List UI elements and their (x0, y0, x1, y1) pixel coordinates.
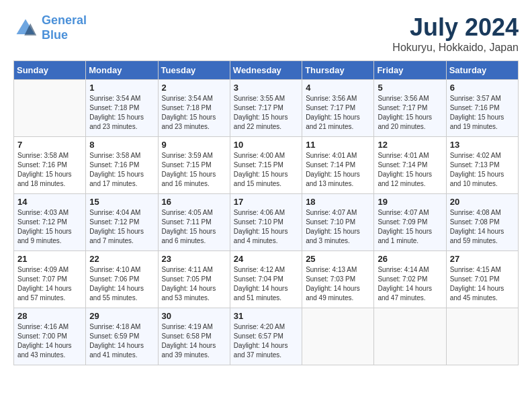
calendar-week-2: 7Sunrise: 3:58 AMSunset: 7:16 PMDaylight… (14, 137, 519, 194)
logo-icon (13, 16, 38, 40)
day-number: 6 (450, 83, 515, 93)
day-number: 26 (378, 254, 442, 264)
month-title: July 2024 (392, 13, 519, 42)
calendar-cell: 21Sunrise: 4:09 AMSunset: 7:07 PMDayligh… (14, 251, 86, 308)
day-number: 2 (162, 83, 226, 93)
calendar-cell (302, 308, 374, 365)
calendar-week-1: 1Sunrise: 3:54 AMSunset: 7:18 PMDaylight… (14, 80, 519, 137)
day-number: 15 (89, 197, 154, 207)
day-detail: Sunrise: 3:55 AMSunset: 7:17 PMDaylight:… (234, 94, 298, 132)
day-detail: Sunrise: 3:59 AMSunset: 7:15 PMDaylight:… (162, 151, 226, 189)
weekday-header-saturday: Saturday (446, 61, 518, 80)
day-detail: Sunrise: 4:06 AMSunset: 7:10 PMDaylight:… (234, 208, 298, 246)
day-number: 19 (378, 197, 442, 207)
day-detail: Sunrise: 3:54 AMSunset: 7:18 PMDaylight:… (162, 94, 226, 132)
calendar-cell: 22Sunrise: 4:10 AMSunset: 7:06 PMDayligh… (86, 251, 158, 308)
calendar-cell: 15Sunrise: 4:04 AMSunset: 7:12 PMDayligh… (86, 194, 158, 251)
calendar-cell: 24Sunrise: 4:12 AMSunset: 7:04 PMDayligh… (230, 251, 302, 308)
day-number: 14 (17, 197, 82, 207)
calendar-cell: 27Sunrise: 4:15 AMSunset: 7:01 PMDayligh… (446, 251, 518, 308)
weekday-header-tuesday: Tuesday (158, 61, 230, 80)
calendar-cell: 23Sunrise: 4:11 AMSunset: 7:05 PMDayligh… (158, 251, 230, 308)
calendar-cell: 28Sunrise: 4:16 AMSunset: 7:00 PMDayligh… (14, 308, 86, 365)
calendar-cell: 5Sunrise: 3:56 AMSunset: 7:17 PMDaylight… (374, 80, 446, 137)
day-detail: Sunrise: 3:54 AMSunset: 7:18 PMDaylight:… (89, 94, 154, 132)
day-number: 28 (17, 311, 82, 321)
day-detail: Sunrise: 4:04 AMSunset: 7:12 PMDaylight:… (89, 208, 154, 246)
calendar-cell: 3Sunrise: 3:55 AMSunset: 7:17 PMDaylight… (230, 80, 302, 137)
title-block: July 2024 Hokuryu, Hokkaido, Japan (392, 13, 519, 54)
calendar-week-4: 21Sunrise: 4:09 AMSunset: 7:07 PMDayligh… (14, 251, 519, 308)
calendar-body: 1Sunrise: 3:54 AMSunset: 7:18 PMDaylight… (14, 80, 519, 365)
day-number: 29 (89, 311, 154, 321)
calendar-cell: 17Sunrise: 4:06 AMSunset: 7:10 PMDayligh… (230, 194, 302, 251)
weekday-header-friday: Friday (374, 61, 446, 80)
calendar-cell: 9Sunrise: 3:59 AMSunset: 7:15 PMDaylight… (158, 137, 230, 194)
day-detail: Sunrise: 4:07 AMSunset: 7:09 PMDaylight:… (378, 208, 442, 246)
day-detail: Sunrise: 4:12 AMSunset: 7:04 PMDaylight:… (234, 265, 298, 303)
day-detail: Sunrise: 4:05 AMSunset: 7:11 PMDaylight:… (162, 208, 226, 246)
logo-line1: General (42, 13, 87, 27)
calendar-cell: 1Sunrise: 3:54 AMSunset: 7:18 PMDaylight… (86, 80, 158, 137)
calendar-cell: 8Sunrise: 3:58 AMSunset: 7:16 PMDaylight… (86, 137, 158, 194)
calendar-cell (374, 308, 446, 365)
logo: General Blue (13, 13, 87, 42)
calendar-cell: 25Sunrise: 4:13 AMSunset: 7:03 PMDayligh… (302, 251, 374, 308)
weekday-header-sunday: Sunday (14, 61, 86, 80)
day-number: 21 (17, 254, 82, 264)
calendar-cell: 13Sunrise: 4:02 AMSunset: 7:13 PMDayligh… (446, 137, 518, 194)
calendar-cell: 12Sunrise: 4:01 AMSunset: 7:14 PMDayligh… (374, 137, 446, 194)
day-detail: Sunrise: 4:11 AMSunset: 7:05 PMDaylight:… (162, 265, 226, 303)
calendar-cell: 31Sunrise: 4:20 AMSunset: 6:57 PMDayligh… (230, 308, 302, 365)
location: Hokuryu, Hokkaido, Japan (392, 42, 519, 54)
calendar-cell: 4Sunrise: 3:56 AMSunset: 7:17 PMDaylight… (302, 80, 374, 137)
day-number: 7 (17, 140, 82, 150)
weekday-header-monday: Monday (86, 61, 158, 80)
calendar-week-5: 28Sunrise: 4:16 AMSunset: 7:00 PMDayligh… (14, 308, 519, 365)
calendar-cell: 7Sunrise: 3:58 AMSunset: 7:16 PMDaylight… (14, 137, 86, 194)
day-number: 5 (378, 83, 442, 93)
day-number: 16 (162, 197, 226, 207)
day-detail: Sunrise: 4:18 AMSunset: 6:59 PMDaylight:… (89, 322, 154, 360)
day-detail: Sunrise: 4:09 AMSunset: 7:07 PMDaylight:… (17, 265, 82, 303)
day-detail: Sunrise: 4:10 AMSunset: 7:06 PMDaylight:… (89, 265, 154, 303)
day-number: 27 (450, 254, 515, 264)
day-number: 3 (234, 83, 298, 93)
page-header: General Blue July 2024 Hokuryu, Hokkaido… (13, 13, 519, 54)
day-detail: Sunrise: 4:08 AMSunset: 7:08 PMDaylight:… (450, 208, 515, 246)
day-number: 25 (306, 254, 370, 264)
day-number: 22 (89, 254, 154, 264)
day-number: 10 (234, 140, 298, 150)
day-number: 9 (162, 140, 226, 150)
calendar-cell: 10Sunrise: 4:00 AMSunset: 7:15 PMDayligh… (230, 137, 302, 194)
weekday-header-thursday: Thursday (302, 61, 374, 80)
day-detail: Sunrise: 3:57 AMSunset: 7:16 PMDaylight:… (450, 94, 515, 132)
calendar-cell: 20Sunrise: 4:08 AMSunset: 7:08 PMDayligh… (446, 194, 518, 251)
day-detail: Sunrise: 3:58 AMSunset: 7:16 PMDaylight:… (17, 151, 82, 189)
day-detail: Sunrise: 4:03 AMSunset: 7:12 PMDaylight:… (17, 208, 82, 246)
day-number: 12 (378, 140, 442, 150)
day-detail: Sunrise: 4:14 AMSunset: 7:02 PMDaylight:… (378, 265, 442, 303)
day-detail: Sunrise: 3:56 AMSunset: 7:17 PMDaylight:… (378, 94, 442, 132)
day-detail: Sunrise: 4:01 AMSunset: 7:14 PMDaylight:… (378, 151, 442, 189)
day-detail: Sunrise: 4:13 AMSunset: 7:03 PMDaylight:… (306, 265, 370, 303)
day-detail: Sunrise: 3:56 AMSunset: 7:17 PMDaylight:… (306, 94, 370, 132)
day-number: 13 (450, 140, 515, 150)
calendar-cell (14, 80, 86, 137)
calendar-cell: 14Sunrise: 4:03 AMSunset: 7:12 PMDayligh… (14, 194, 86, 251)
day-number: 24 (234, 254, 298, 264)
day-detail: Sunrise: 4:15 AMSunset: 7:01 PMDaylight:… (450, 265, 515, 303)
calendar-cell: 18Sunrise: 4:07 AMSunset: 7:10 PMDayligh… (302, 194, 374, 251)
calendar-cell: 2Sunrise: 3:54 AMSunset: 7:18 PMDaylight… (158, 80, 230, 137)
calendar-table: SundayMondayTuesdayWednesdayThursdayFrid… (13, 60, 519, 365)
day-number: 11 (306, 140, 370, 150)
day-detail: Sunrise: 4:00 AMSunset: 7:15 PMDaylight:… (234, 151, 298, 189)
calendar-cell (446, 308, 518, 365)
day-number: 17 (234, 197, 298, 207)
day-detail: Sunrise: 3:58 AMSunset: 7:16 PMDaylight:… (89, 151, 154, 189)
calendar-cell: 26Sunrise: 4:14 AMSunset: 7:02 PMDayligh… (374, 251, 446, 308)
weekday-header-wednesday: Wednesday (230, 61, 302, 80)
day-number: 31 (234, 311, 298, 321)
day-number: 8 (89, 140, 154, 150)
day-detail: Sunrise: 4:19 AMSunset: 6:58 PMDaylight:… (162, 322, 226, 360)
